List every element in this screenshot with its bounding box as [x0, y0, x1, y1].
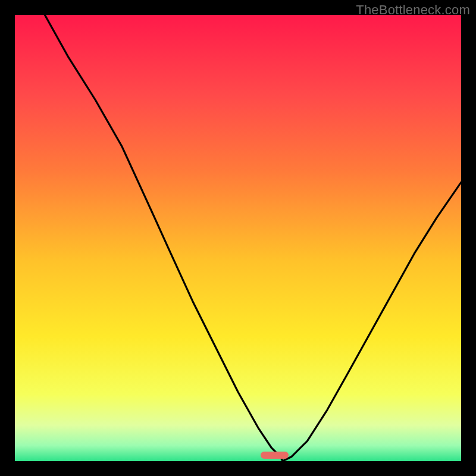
plot-area	[15, 15, 461, 461]
minimum-marker	[261, 452, 289, 459]
bottleneck-curve	[15, 15, 461, 461]
chart-frame: TheBottleneck.com	[0, 0, 476, 476]
